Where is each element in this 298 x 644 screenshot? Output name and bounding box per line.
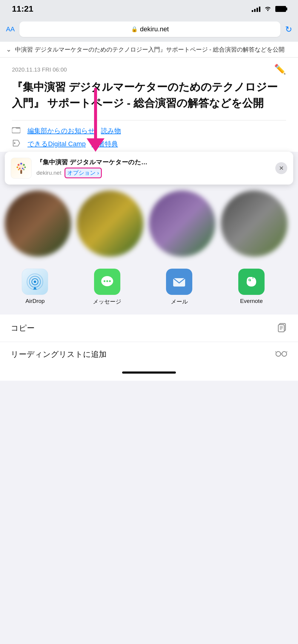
svg-point-7 [23,164,25,166]
share-domain: dekiru.net [36,170,61,176]
evernote-label: Evernote [240,298,263,304]
share-close-button[interactable]: ✕ [275,162,287,174]
messages-label: メッセージ [93,298,121,306]
svg-point-12 [18,169,19,170]
mail-icon [166,269,192,295]
svg-point-22 [249,279,250,281]
copy-label: コピー [11,323,35,333]
svg-point-18 [104,280,105,282]
address-bar: AA 🔒 dekiru.net ↻ [0,18,298,42]
signal-icon [252,6,260,12]
article-title: 『集中演習 デジタルマーケターのためのテクノロジー入門』 サポートページ - 総… [12,79,286,111]
url-bar[interactable]: 🔒 dekiru.net [19,21,280,37]
refresh-button[interactable]: ↻ [285,24,292,34]
svg-point-1 [14,143,16,144]
reading-list-action[interactable]: リーディングリストに追加 [0,342,298,367]
share-info: 『集中演習 デジタルマーケターのた… dekiru.net オプション › [36,158,271,178]
glasses-icon [275,349,287,360]
lock-icon: 🔒 [131,26,138,32]
svg-point-9 [19,168,21,169]
home-indicator [0,367,298,381]
copy-action[interactable]: コピー [0,315,298,342]
contact-avatar-3[interactable] [149,191,215,257]
svg-point-29 [282,352,287,356]
article-date: 2020.11.13 FRI 06:00 [12,66,286,73]
chevron-down-icon[interactable]: ⌄ [6,46,11,53]
svg-point-19 [106,280,108,282]
contacts-row [0,185,298,263]
tag-link-2a[interactable]: できるDigital Camp [27,140,86,148]
app-evernote[interactable]: Evernote [221,269,282,306]
app-mail[interactable]: メール [149,269,210,306]
tag-link-1a[interactable]: 編集部からのお知らせ [27,126,95,135]
svg-point-11 [24,167,26,168]
share-app-icon [11,158,32,179]
app-messages[interactable]: メッセージ [77,269,138,306]
airdrop-icon [22,269,48,295]
article-tags: 編集部からのお知らせ 読み物 できるDigital Camp 読者特典 [12,126,286,148]
svg-point-14 [23,169,24,170]
home-bar [122,371,176,374]
tag-row-2: できるDigital Camp 読者特典 [12,140,286,148]
tab-bar: ⌄ 中演習 デジタルマーケターのためのテクノロジー入門』サポートページ - 総合… [0,42,298,58]
url-text: dekiru.net [140,25,169,33]
apps-row: AirDrop メッセージ メ [0,263,298,315]
status-bar: 11:21 [0,0,298,18]
article-body: 2020.11.13 FRI 06:00 『集中演習 デジタルマーケターのための… [0,58,298,158]
tab-title: 中演習 デジタルマーケターのためのテクノロジー入門』サポートページ - 総合演習… [15,45,285,54]
status-icons [252,5,286,13]
article-section: 2020.11.13 FRI 06:00 『集中演習 デジタルマーケターのための… [0,58,298,158]
evernote-icon [238,269,265,295]
share-title: 『集中演習 デジタルマーケターのた… [36,158,271,166]
tag-link-1b[interactable]: 読み物 [101,126,121,135]
edit-icon[interactable]: ✏️ [274,64,286,75]
action-rows: コピー リーディングリストに追加 [0,315,298,367]
options-button[interactable]: オプション › [64,168,102,178]
svg-line-31 [275,352,276,352]
svg-point-8 [17,167,18,168]
airdrop-label: AirDrop [25,298,44,304]
contact-avatar-4[interactable] [221,191,287,257]
tag-icon [12,140,21,148]
wifi-icon [264,5,272,13]
mail-label: メール [171,298,188,306]
share-card: 『集中演習 デジタルマーケターのた… dekiru.net オプション › ✕ [5,152,293,185]
app-airdrop[interactable]: AirDrop [5,269,65,306]
svg-point-6 [20,163,22,165]
aa-button[interactable]: AA [6,25,15,33]
status-time: 11:21 [12,4,33,14]
close-icon: ✕ [279,165,284,172]
svg-point-28 [276,352,281,356]
article-divider [12,120,286,120]
copy-icon [277,322,287,335]
svg-rect-15 [20,170,22,174]
reading-list-label: リーディングリストに追加 [11,349,107,360]
folder-icon [12,126,21,135]
contact-avatar-2[interactable] [77,191,143,257]
svg-point-10 [22,168,24,169]
contact-avatar-1[interactable] [5,191,71,257]
tag-link-2b[interactable]: 読者特典 [92,140,118,148]
svg-line-32 [287,352,287,352]
share-sheet: 『集中演習 デジタルマーケターのた… dekiru.net オプション › ✕ [0,152,298,381]
svg-point-5 [18,164,19,166]
tag-row-1: 編集部からのお知らせ 読み物 [12,126,286,135]
svg-point-20 [109,280,111,282]
battery-icon [275,6,286,12]
messages-icon [94,269,120,295]
